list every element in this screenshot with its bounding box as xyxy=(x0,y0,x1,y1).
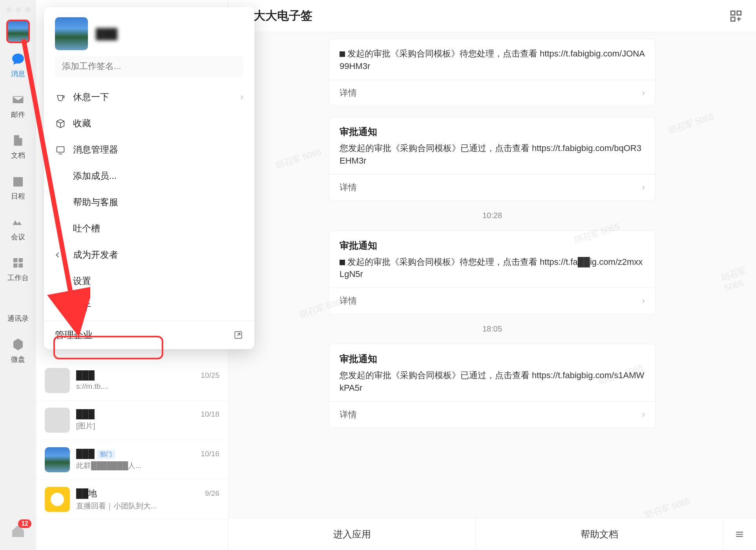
external-link-icon xyxy=(233,330,243,340)
dept-tag: 部门 xyxy=(97,450,115,459)
menu-item-about[interactable]: 关于 xyxy=(44,294,254,321)
sidebar-item-contacts[interactable]: 通讯录 xyxy=(7,296,29,323)
menu-item-manage-enterprise[interactable]: 管理企业 xyxy=(44,321,254,349)
chat-date: 9/26 xyxy=(205,489,219,498)
chevron-right-icon: › xyxy=(240,92,243,102)
chevron-right-icon: › xyxy=(642,182,645,193)
sidebar-label: 微盘 xyxy=(11,355,25,364)
menu-item-msg-manager[interactable]: 消息管理器 xyxy=(44,137,254,163)
card-text: 您发起的审批《采购合同模板》已通过，点击查看 https://t.fabigbi… xyxy=(340,142,645,167)
chat-avatar xyxy=(45,487,70,512)
sidebar: 消息 邮件 文档 日程 会议 工作台 通讯录 微盘 12 xyxy=(0,0,36,550)
main-panel: 法大大电子签 发起的审批《采购合同模板》待您处理，点击查看 https://t.… xyxy=(228,0,756,550)
user-avatar[interactable] xyxy=(6,20,30,43)
sidebar-label: 会议 xyxy=(11,232,25,242)
menu-item-settings[interactable]: 设置 xyxy=(44,268,254,294)
grid-icon xyxy=(10,255,26,271)
sidebar-item-docs[interactable]: 文档 xyxy=(10,133,26,160)
chat-preview: 直播回看｜小团队到大... xyxy=(76,501,219,511)
menu-item-help[interactable]: 帮助与客服 xyxy=(44,189,254,215)
menu-item-rest[interactable]: 休息一下 › xyxy=(44,84,254,110)
chevron-right-icon: › xyxy=(642,296,645,306)
enter-app-button[interactable]: 进入应用 xyxy=(228,518,476,550)
chat-preview: 此群███████人... xyxy=(76,461,219,471)
chat-date: 10/16 xyxy=(201,450,219,458)
chat-avatar xyxy=(45,408,70,433)
user-avatar-large[interactable] xyxy=(55,17,88,50)
sidebar-label: 工作台 xyxy=(7,273,29,282)
chat-list-item[interactable]: ███10/25 s://m.tb.... xyxy=(36,361,228,401)
approval-card[interactable]: 审批通知 发起的审批《采购合同模板》待您处理，点击查看 https://t.fa… xyxy=(329,230,656,315)
notification-badge: 12 xyxy=(18,519,31,528)
card-detail-link[interactable]: 详情› xyxy=(329,80,655,106)
card-title: 审批通知 xyxy=(340,353,645,365)
approval-card[interactable]: 审批通知 您发起的审批《采购合同模板》已通过，点击查看 https://t.fa… xyxy=(329,117,656,201)
cube-icon xyxy=(55,118,66,129)
apps-icon[interactable] xyxy=(729,9,743,23)
svg-rect-2 xyxy=(731,17,735,21)
chat-name: ███部门 xyxy=(76,449,115,459)
sidebar-label: 文档 xyxy=(11,151,25,160)
chat-name: ███ xyxy=(76,409,95,419)
user-menu-popover: ███ 休息一下 › 收藏 消息管理器 添加成员... 帮助与客服 吐个槽 成为… xyxy=(44,7,254,349)
user-name: ███ xyxy=(96,28,117,40)
contacts-icon xyxy=(10,296,26,311)
page-title: 法大大电子签 xyxy=(242,8,729,24)
sidebar-item-workbench[interactable]: 工作台 xyxy=(7,255,29,282)
chat-list-item[interactable]: ██地9/26 直播回看｜小团队到大... xyxy=(36,480,228,519)
card-text: 发起的审批《采购合同模板》待您处理，点击查看 https://t.fabigbi… xyxy=(340,47,645,73)
work-signature-input[interactable] xyxy=(55,56,243,77)
sidebar-label: 日程 xyxy=(11,191,25,201)
sidebar-label: 消息 xyxy=(11,69,25,78)
sidebar-home[interactable]: 12 xyxy=(10,523,26,541)
sidebar-item-mail[interactable]: 邮件 xyxy=(10,92,26,119)
card-detail-link[interactable]: 详情› xyxy=(329,401,655,428)
chat-avatar xyxy=(45,447,70,472)
card-title: 审批通知 xyxy=(340,126,645,138)
card-text: 您发起的审批《采购合同模板》已通过，点击查看 https://t.fabigbi… xyxy=(340,369,645,394)
menu-icon[interactable] xyxy=(723,518,756,550)
mail-icon xyxy=(10,92,26,107)
chat-date: 10/18 xyxy=(201,410,219,419)
time-separator: 10:28 xyxy=(240,211,744,220)
card-title: 审批通知 xyxy=(340,239,645,252)
sidebar-item-calendar[interactable]: 日程 xyxy=(10,173,26,201)
main-footer: 进入应用 帮助文档 xyxy=(228,518,756,550)
help-doc-button[interactable]: 帮助文档 xyxy=(476,518,723,550)
sidebar-item-messages[interactable]: 消息 xyxy=(10,51,26,78)
meeting-icon xyxy=(10,214,26,230)
chat-name: ███ xyxy=(76,370,95,381)
svg-rect-1 xyxy=(737,11,741,15)
message-stream[interactable]: 发起的审批《采购合同模板》待您处理，点击查看 https://t.fabigbi… xyxy=(228,32,756,518)
chat-preview: [图片] xyxy=(76,421,219,431)
cup-icon xyxy=(55,92,66,103)
chat-name: ██地 xyxy=(76,488,97,499)
card-detail-link[interactable]: 详情› xyxy=(329,174,655,200)
chevron-right-icon: › xyxy=(642,410,645,420)
chat-list-item[interactable]: ███10/18 [图片] xyxy=(36,401,228,440)
chat-list-item[interactable]: ███部门10/16 此群███████人... xyxy=(36,440,228,480)
code-icon xyxy=(55,250,66,260)
svg-rect-3 xyxy=(57,146,64,152)
card-detail-link[interactable]: 详情› xyxy=(329,288,655,314)
menu-item-favorites[interactable]: 收藏 xyxy=(44,110,254,137)
disk-icon xyxy=(10,337,26,352)
card-text: 发起的审批《采购合同模板》待您处理，点击查看 https://t.fa██ig.… xyxy=(340,256,645,281)
window-traffic-lights[interactable] xyxy=(6,7,31,13)
approval-card[interactable]: 审批通知 您发起的审批《采购合同模板》已通过，点击查看 https://t.fa… xyxy=(329,344,656,428)
menu-item-add-member[interactable]: 添加成员... xyxy=(44,163,254,189)
menu-item-feedback[interactable]: 吐个槽 xyxy=(44,215,254,242)
doc-icon xyxy=(10,133,26,148)
chat-preview: s://m.tb.... xyxy=(76,382,219,391)
calendar-icon xyxy=(10,173,26,189)
approval-card[interactable]: 发起的审批《采购合同模板》待您处理，点击查看 https://t.fabigbi… xyxy=(329,38,656,106)
chat-avatar xyxy=(45,368,70,393)
sidebar-label: 邮件 xyxy=(11,110,25,119)
sidebar-item-meeting[interactable]: 会议 xyxy=(10,214,26,242)
msgbox-icon xyxy=(55,144,66,155)
sidebar-item-disk[interactable]: 微盘 xyxy=(10,337,26,364)
menu-item-developer[interactable]: 成为开发者 xyxy=(44,242,254,268)
chat-icon xyxy=(10,51,26,67)
main-header: 法大大电子签 xyxy=(228,0,756,32)
chat-date: 10/25 xyxy=(201,371,219,380)
